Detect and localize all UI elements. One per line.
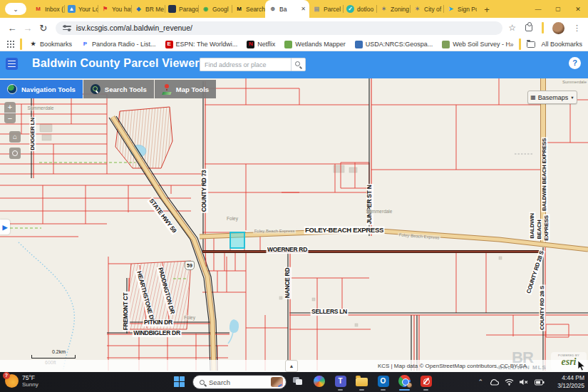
browser-tab-br-media[interactable]: ◆BR Me xyxy=(131,0,165,18)
wifi-icon[interactable] xyxy=(505,378,514,386)
favicon: E xyxy=(165,41,173,48)
window-controls: — ▢ ✕ xyxy=(528,0,588,18)
browser-address-bar: ← → ↻ isv.kcsgis.com/al.baldwin_revenue/… xyxy=(0,18,588,38)
tab-label: City of xyxy=(424,6,441,13)
copilot-button[interactable] xyxy=(311,373,326,388)
browser-tab-paragon[interactable]: Parago xyxy=(165,0,198,18)
pinned-red-app-button[interactable] xyxy=(418,373,433,388)
url-bar[interactable]: isv.kcsgis.com/al.baldwin_revenue/ xyxy=(56,21,503,35)
browser-tab-your-location[interactable]: ▲Your Lo xyxy=(64,0,98,18)
browser-tab-inbox[interactable]: MInbox ( xyxy=(31,0,64,18)
search-tools-icon xyxy=(91,84,100,94)
tab-label: You hav xyxy=(112,6,131,13)
search-tools-button[interactable]: Search Tools xyxy=(83,80,154,98)
favicon: ➤ xyxy=(447,5,455,13)
search-highlight-image[interactable] xyxy=(271,377,283,387)
maximize-button[interactable]: ▢ xyxy=(548,6,568,12)
browser-menu-icon[interactable]: ⋮ xyxy=(573,24,581,33)
task-view-icon xyxy=(293,377,302,385)
browser-tab-search-mls[interactable]: MSearch xyxy=(232,0,265,18)
taskbar-search[interactable]: Search xyxy=(192,375,287,389)
bookmark-label: Netflix xyxy=(257,41,275,48)
browser-tab-google[interactable]: ◉Googl xyxy=(198,0,232,18)
bookmark-pandora[interactable]: PPandora Radio - List... xyxy=(81,41,156,48)
volume-muted-icon[interactable] xyxy=(520,378,529,386)
start-button[interactable] xyxy=(174,376,185,388)
back-button[interactable]: ← xyxy=(4,23,20,33)
address-search-button[interactable] xyxy=(291,58,306,71)
tabs-container: MInbox (▲Your Lo⚑You hav◆BR MeParago◉Goo… xyxy=(31,0,477,18)
site-settings-icon[interactable] xyxy=(63,24,71,31)
browser-tab-city-of[interactable]: ✶City of xyxy=(410,0,443,18)
browser-tab-parcel[interactable]: ▤Parcel S xyxy=(309,0,343,18)
search-icon xyxy=(295,61,300,66)
navigation-tools-button[interactable]: Navigation Tools xyxy=(0,80,83,98)
task-view-button[interactable] xyxy=(290,373,305,388)
browser-tab-zoning[interactable]: ✶Zoning xyxy=(376,0,410,18)
map-label-baldwin-stack: BALDWIN xyxy=(529,212,535,240)
basemaps-caret-icon: ▼ xyxy=(570,96,574,100)
weather-widget[interactable]: ? 75°F Sunny xyxy=(5,374,38,388)
map-label-beach-stack: BEACH xyxy=(536,219,542,240)
address-search-input[interactable] xyxy=(200,58,291,71)
zoom-in-button[interactable]: + xyxy=(4,102,16,113)
tab-label: Sign Po xyxy=(458,6,477,13)
apps-grid-icon[interactable] xyxy=(7,41,14,48)
map-label-summerdale-tl: Summerdale xyxy=(26,105,55,110)
bookmark-web-soil[interactable]: Web Soil Survey - H... xyxy=(442,41,510,48)
bookmark-bookmarks-folder[interactable]: ★Bookmarks xyxy=(29,41,72,48)
all-bookmarks-label[interactable]: All Bookmarks xyxy=(541,41,582,48)
tab-label: Your Lo xyxy=(78,6,98,13)
browser-tab-baldwin[interactable]: ⊕Ba✕ xyxy=(265,0,309,18)
map-viewport[interactable]: SummerdaleSummerdaleDUGGER LNCOUNTY RD 7… xyxy=(0,78,588,372)
battery-icon[interactable] xyxy=(535,379,545,386)
bookmarks-overflow-icon[interactable]: » xyxy=(510,41,514,48)
home-extent-button[interactable]: ⌂ xyxy=(9,131,21,143)
help-button[interactable]: ? xyxy=(569,57,581,69)
bookmark-espn[interactable]: EESPN: The Worldwi... xyxy=(165,41,238,48)
forward-button[interactable]: → xyxy=(20,23,36,33)
favicon: ★ xyxy=(29,41,37,48)
profile-avatar[interactable] xyxy=(552,22,564,34)
tray-chevron-icon[interactable]: ⌃ xyxy=(478,378,483,386)
url-text[interactable]: isv.kcsgis.com/al.baldwin_revenue/ xyxy=(76,24,192,32)
browser-tab-dotloop[interactable]: ✓dotloo xyxy=(343,0,376,18)
bookmark-wetlands-mapper[interactable]: Wetlands Mapper xyxy=(284,41,345,48)
navigation-tools-icon xyxy=(7,84,17,94)
attribution-toggle-button[interactable]: ▲ xyxy=(285,360,298,372)
favicon: ▲ xyxy=(68,5,76,13)
favicon: ⚑ xyxy=(101,5,109,13)
reload-button[interactable]: ↻ xyxy=(36,23,51,33)
tab-search-button[interactable]: ⌄ xyxy=(5,3,26,15)
extensions-icon[interactable] xyxy=(525,24,533,32)
map-label-fremont-ct: FREMONT CT xyxy=(123,292,130,331)
favicon: ✶ xyxy=(380,5,388,13)
close-button[interactable]: ✕ xyxy=(568,6,588,13)
file-explorer-button[interactable] xyxy=(354,373,369,388)
teams-button[interactable]: T xyxy=(333,373,348,388)
map-tools-button[interactable]: Map Tools xyxy=(155,80,216,98)
basemaps-button[interactable]: ▦ Basemaps ▼ xyxy=(527,91,577,104)
new-tab-button[interactable]: + xyxy=(480,2,494,16)
menu-icon[interactable] xyxy=(6,58,18,70)
onedrive-cloud-icon[interactable] xyxy=(489,378,499,386)
taskbar-clock[interactable]: 4:44 PM 3/12/2025 xyxy=(550,374,584,389)
minimize-button[interactable]: — xyxy=(528,6,548,13)
panel-expander-button[interactable]: ▶ xyxy=(0,220,10,234)
zoom-out-button[interactable]: − xyxy=(4,113,16,123)
chrome-button[interactable] xyxy=(397,373,412,388)
bookmark-star-icon[interactable]: ☆ xyxy=(508,23,516,33)
bookmark-usda-nrcs[interactable]: USDA:NRCS:Geospa... xyxy=(355,41,433,48)
tab-label: Search xyxy=(246,6,265,13)
locate-button[interactable] xyxy=(9,148,21,159)
bookmark-netflix[interactable]: NNetflix xyxy=(247,41,275,48)
tab-label: Inbox ( xyxy=(45,6,63,13)
browser-tab-you-have[interactable]: ⚑You hav xyxy=(98,0,131,18)
page-title: Baldwin County Parcel Viewer xyxy=(32,57,200,70)
tab-label: BR Me xyxy=(145,6,164,13)
favicon xyxy=(168,5,176,13)
browser-tab-sign-post[interactable]: ➤Sign Po xyxy=(443,0,477,18)
favicon xyxy=(442,41,450,48)
outlook-button[interactable]: O xyxy=(376,373,391,388)
tab-close-icon[interactable]: ✕ xyxy=(301,6,306,12)
